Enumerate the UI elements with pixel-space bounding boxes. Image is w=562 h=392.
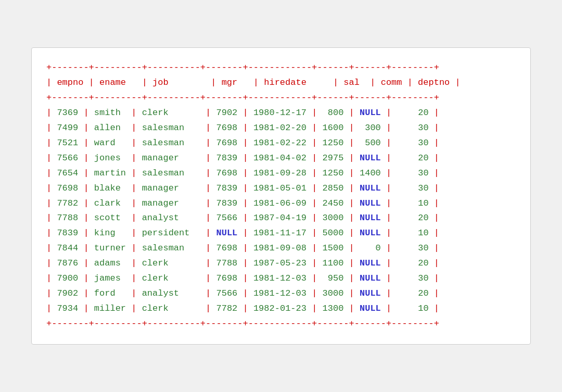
main-container: +-------+---------+----------+-------+--… [31,47,531,344]
table-display: +-------+---------+----------+-------+--… [46,60,516,331]
